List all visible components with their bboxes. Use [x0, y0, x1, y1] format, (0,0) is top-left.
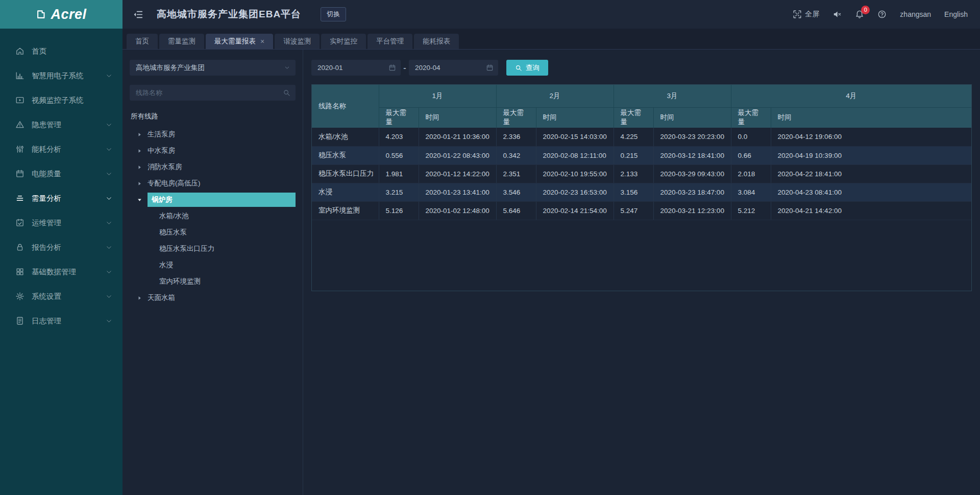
tree-node-2[interactable]: 消防水泵房 — [130, 159, 296, 175]
cell-time: 2020-03-29 09:43:00 — [653, 164, 731, 183]
tree-node-10[interactable]: 天面水箱 — [130, 290, 296, 306]
sidebar-item-7[interactable]: 运维管理 — [0, 210, 122, 235]
switch-button[interactable]: 切换 — [321, 7, 346, 21]
search-input[interactable] — [136, 89, 283, 97]
sidebar-item-label: 能耗分析 — [32, 145, 61, 154]
caret-right-icon[interactable] — [137, 164, 144, 170]
org-selector[interactable]: 高地城市服务产业集团 — [130, 60, 296, 76]
chevron-down-icon — [106, 220, 112, 226]
close-icon[interactable]: × — [260, 38, 264, 45]
tab-5[interactable]: 平台管理 — [368, 34, 412, 49]
caret-down-icon[interactable] — [137, 197, 144, 203]
cell-max-demand: 0.215 — [614, 146, 653, 164]
sidebar-item-11[interactable]: 日志管理 — [0, 309, 122, 333]
tab-0[interactable]: 首页 — [127, 34, 158, 49]
notifications-button[interactable]: 0 — [855, 10, 864, 19]
sidebar-collapse-icon[interactable] — [133, 9, 143, 20]
chevron-down-icon — [106, 195, 112, 202]
tree-node-label: 消防水泵房 — [148, 162, 182, 172]
topbar-actions: 全屏 0 zhangsan English — [793, 10, 968, 19]
tab-3[interactable]: 谐波监测 — [275, 34, 320, 49]
chevron-down-icon — [284, 64, 290, 71]
tree-node-7[interactable]: 稳压水泵出口压力 — [130, 241, 296, 257]
tab-label: 平台管理 — [376, 37, 404, 46]
line-tree: 生活泵房中水泵房消防水泵房专配电房(高低压)锅炉房水箱/水池稳压水泵稳压水泵出口… — [130, 126, 296, 306]
end-month-picker[interactable]: 2020-04 — [409, 60, 498, 76]
calendar-icon — [388, 64, 396, 72]
tab-label: 最大需量报表 — [214, 37, 256, 46]
query-button[interactable]: 查询 — [506, 60, 548, 76]
search-icon[interactable] — [283, 89, 290, 97]
tree-node-8[interactable]: 水浸 — [130, 257, 296, 273]
tree-node-0[interactable]: 生活泵房 — [130, 126, 296, 143]
column-header-time: 时间 — [419, 107, 496, 128]
mute-button[interactable] — [832, 10, 842, 19]
sidebar-item-9[interactable]: 基础数据管理 — [0, 260, 122, 284]
sidebar-item-8[interactable]: 报告分析 — [0, 235, 122, 260]
right-column: 首页需量监测最大需量报表×谐波监测实时监控平台管理能耗报表 高地城市服务产业集团 — [122, 29, 980, 495]
language-switch[interactable]: English — [944, 10, 968, 18]
cell-time: 2020-04-12 19:06:00 — [771, 128, 971, 146]
acrel-logo-icon — [36, 9, 47, 20]
tree-node-3[interactable]: 专配电房(高低压) — [130, 175, 296, 192]
cell-max-demand: 5.126 — [379, 201, 419, 220]
org-selector-value: 高地城市服务产业集团 — [136, 63, 205, 73]
tree-node-label: 稳压水泵出口压力 — [159, 244, 214, 253]
fullscreen-button[interactable]: 全屏 — [793, 10, 819, 19]
demand-list-icon — [15, 194, 24, 203]
sidebar-item-label: 日志管理 — [32, 316, 61, 326]
cell-max-demand: 0.342 — [496, 146, 536, 164]
smart-power-chart-icon — [15, 71, 24, 80]
caret-right-icon[interactable] — [137, 181, 144, 186]
sidebar-item-label: 电能质量 — [32, 169, 61, 179]
report-table-container: 线路名称1月2月3月4月最大需量时间最大需量时间最大需量时间最大需量时间 水箱/… — [311, 84, 972, 291]
column-header-month: 3月 — [614, 85, 731, 107]
help-button[interactable] — [877, 10, 887, 19]
sidebar-item-2[interactable]: 视频监控子系统 — [0, 88, 122, 112]
tab-4[interactable]: 实时监控 — [321, 34, 366, 49]
cell-time: 2020-04-22 18:41:00 — [771, 164, 971, 183]
sidebar-item-4[interactable]: 能耗分析 — [0, 137, 122, 161]
sidebar-item-5[interactable]: 电能质量 — [0, 161, 122, 186]
fullscreen-icon — [793, 10, 802, 19]
sidebar-item-label: 系统设置 — [32, 292, 61, 301]
cell-time: 2020-04-23 08:41:00 — [771, 183, 971, 201]
caret-right-icon[interactable] — [137, 295, 144, 301]
tab-6[interactable]: 能耗报表 — [414, 34, 459, 49]
tab-label: 实时监控 — [330, 37, 357, 46]
sidebar-item-0[interactable]: 首页 — [0, 39, 122, 63]
tree-root-node[interactable]: 所有线路 — [130, 109, 296, 126]
help-icon — [877, 10, 887, 19]
brand-name: Acrel — [51, 7, 86, 22]
cell-max-demand: 3.215 — [379, 183, 419, 201]
caret-right-icon[interactable] — [137, 132, 144, 137]
sidebar-item-label: 需量分析 — [32, 194, 61, 203]
settings-gear-icon — [15, 292, 24, 301]
cell-time: 2020-04-19 10:39:00 — [771, 146, 971, 164]
table-row: 室内环境监测5.1262020-01-02 12:48:005.6462020-… — [312, 201, 971, 220]
start-month-picker[interactable]: 2020-01 — [311, 60, 401, 76]
tree-node-5[interactable]: 水箱/水池 — [130, 208, 296, 224]
caret-right-icon[interactable] — [137, 148, 144, 154]
chevron-down-icon — [106, 269, 112, 275]
cell-max-demand: 2.351 — [496, 164, 536, 183]
sidebar-item-3[interactable]: 隐患管理 — [0, 112, 122, 137]
sidebar-item-1[interactable]: 智慧用电子系统 — [0, 63, 122, 88]
column-header-month: 1月 — [379, 85, 496, 107]
cell-max-demand: 4.225 — [614, 128, 653, 146]
tree-node-4[interactable]: 锅炉房 — [130, 192, 296, 208]
user-menu[interactable]: zhangsan — [900, 10, 931, 18]
sidebar-item-6[interactable]: 需量分析 — [0, 186, 122, 210]
line-search-box — [130, 85, 296, 101]
sidebar-item-label: 首页 — [32, 46, 46, 56]
tree-node-1[interactable]: 中水泵房 — [130, 143, 296, 159]
end-month-value: 2020-04 — [415, 64, 440, 72]
tab-2[interactable]: 最大需量报表× — [206, 34, 273, 49]
tree-node-9[interactable]: 室内环境监测 — [130, 273, 296, 290]
tree-node-6[interactable]: 稳压水泵 — [130, 224, 296, 241]
date-range-separator: - — [401, 63, 409, 73]
tab-1[interactable]: 需量监测 — [159, 34, 204, 49]
chevron-down-icon — [106, 318, 112, 324]
app-root: Acrel 高地城市服务产业集团EBA平台 切换 全屏 0 — [0, 0, 980, 495]
sidebar-item-10[interactable]: 系统设置 — [0, 284, 122, 309]
